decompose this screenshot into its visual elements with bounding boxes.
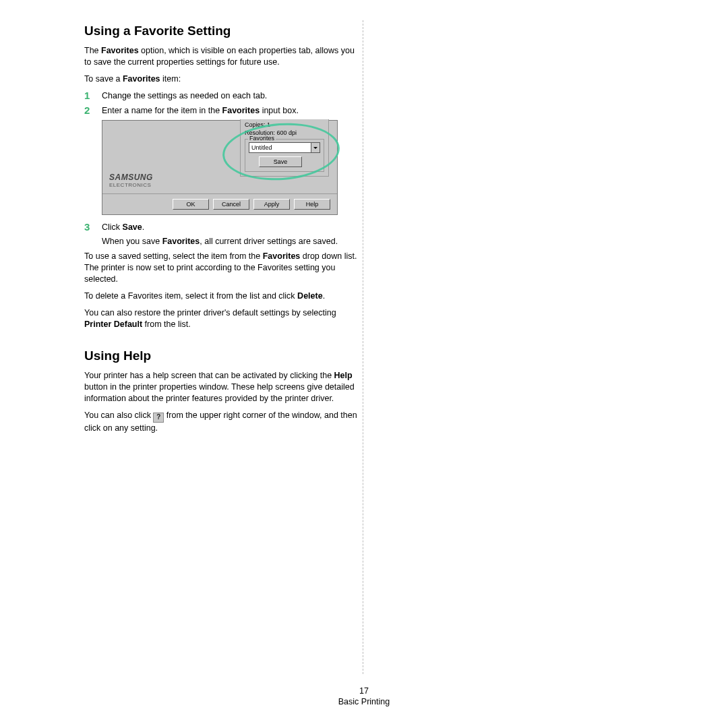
step-1: 1 Change the settings as needed on each … — [84, 90, 357, 102]
page-footer: 17 Basic Printing — [0, 686, 728, 706]
save-lead: To save a Favorites item: — [84, 73, 357, 85]
printer-dialog: Copies: 1 Resolution: 600 dpi Favorites … — [102, 120, 338, 215]
cancel-button[interactable]: Cancel — [213, 199, 249, 210]
step-text: Enter a name for the item in the Favorit… — [102, 105, 357, 117]
help-button[interactable]: Help — [294, 199, 330, 210]
combo-value: Untitled — [249, 144, 311, 151]
page-number: 17 — [0, 686, 728, 696]
brand-logo: SAMSUNG ELECTRONICS — [109, 173, 153, 188]
step-number: 2 — [84, 105, 102, 117]
dialog-body: Copies: 1 Resolution: 600 dpi Favorites … — [102, 121, 337, 194]
favorites-combo[interactable]: Untitled — [249, 142, 320, 153]
save-button[interactable]: Save — [259, 156, 302, 167]
step-2: 2 Enter a name for the item in the Favor… — [84, 105, 357, 117]
ok-button[interactable]: OK — [173, 199, 209, 210]
step-text: Click Save. When you save Favorites, all… — [102, 222, 357, 247]
step-text: Change the settings as needed on each ta… — [102, 90, 357, 102]
step-number: 1 — [84, 90, 102, 102]
delete-paragraph: To delete a Favorites item, select it fr… — [84, 291, 357, 302]
favorites-legend: Favorites — [248, 135, 276, 142]
heading-help: Using Help — [84, 348, 357, 363]
apply-button[interactable]: Apply — [253, 199, 290, 210]
help-p2: You can also click ? from the upper righ… — [84, 410, 357, 434]
section-help: Using Help Your printer has a help scree… — [84, 348, 357, 434]
step-3: 3 Click Save. When you save Favorites, a… — [84, 222, 357, 247]
copies-line: Copies: 1 — [245, 121, 324, 128]
column-divider — [363, 20, 363, 674]
step-number: 3 — [84, 222, 102, 247]
favorites-group: Favorites Untitled Save — [245, 139, 324, 172]
dialog-screenshot: Copies: 1 Resolution: 600 dpi Favorites … — [102, 120, 338, 215]
use-paragraph: To use a saved setting, select the item … — [84, 251, 357, 285]
chevron-down-icon[interactable] — [311, 143, 320, 152]
question-icon: ? — [153, 413, 164, 423]
help-p1: Your printer has a help screen that can … — [84, 370, 357, 404]
heading-favorite: Using a Favorite Setting — [84, 24, 357, 38]
footer-label: Basic Printing — [338, 697, 390, 706]
dialog-buttons: OK Cancel Apply Help — [102, 194, 337, 214]
info-panel: Copies: 1 Resolution: 600 dpi Favorites … — [240, 119, 329, 177]
restore-paragraph: You can also restore the printer driver'… — [84, 307, 357, 330]
left-column: Using a Favorite Setting The Favorites o… — [84, 24, 357, 439]
step-3-sub: When you save Favorites, all current dri… — [102, 236, 357, 247]
intro-paragraph: The Favorites option, which is visible o… — [84, 45, 357, 68]
